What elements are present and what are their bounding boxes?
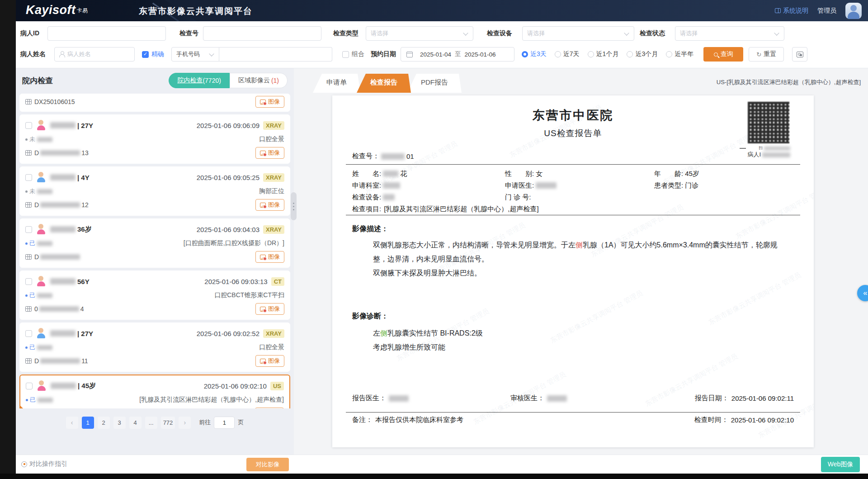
- sidebar-source-tab-院内检查[interactable]: 院内检查 (7720): [169, 73, 229, 88]
- open-image-button[interactable]: 图像: [255, 408, 284, 408]
- open-image-button[interactable]: 图像: [255, 96, 284, 108]
- goto-page-input[interactable]: [214, 417, 235, 429]
- exam-id-suffix: 4: [80, 305, 84, 313]
- reset-button[interactable]: ↻ 重置: [749, 47, 784, 62]
- exam-desc: 口腔全景: [259, 343, 284, 351]
- status-dot-icon: [25, 346, 28, 349]
- exam-time-value: 2025-01-06 09:02:10: [731, 416, 794, 424]
- combo-checkbox[interactable]: [342, 51, 349, 58]
- compare-guide-icon: [21, 461, 27, 467]
- exam-device-label: 检查设备: [487, 29, 522, 38]
- image-icon: [260, 255, 266, 260]
- exam-device-select[interactable]: 请选择: [522, 26, 634, 41]
- patient-name-input[interactable]: 病人姓名: [54, 47, 135, 62]
- opd-label: 门 诊 号:: [505, 193, 531, 202]
- patient-id-input[interactable]: [47, 26, 166, 41]
- exam-status-label: 检查状态: [640, 29, 675, 38]
- compare-guide-link[interactable]: 对比操作指引: [21, 460, 67, 468]
- tab-count: (7720): [203, 77, 221, 84]
- quick-range-近半年[interactable]: 近半年: [666, 50, 693, 58]
- search-button[interactable]: 查询: [703, 47, 743, 62]
- report-main-area: 申请单检查报告PDF报告 US-[乳腺及其引流区淋巴结彩超（乳腺中心）,超声检查…: [294, 68, 868, 455]
- booking-date-label: 预约日期: [371, 50, 396, 58]
- phone-field-select[interactable]: 手机号码: [171, 47, 219, 62]
- status-prefix: 已: [29, 343, 35, 351]
- exam-datetime: 2025-01-06 09:04:03: [197, 226, 259, 233]
- exam-select-checkbox[interactable]: [25, 174, 32, 181]
- patient-name-label: 病人姓名: [20, 50, 54, 58]
- date-range-picker[interactable]: 2025-01-04 至 2025-01-06: [401, 47, 514, 62]
- exam-card-top-row: 56Y 2025-01-06 09:03:13 CT: [25, 275, 284, 287]
- report-tab-申请单[interactable]: 申请单: [313, 74, 360, 93]
- exam-no-input[interactable]: [203, 26, 321, 41]
- report-tab-检查报告[interactable]: 检查报告: [357, 74, 411, 93]
- page-button-2[interactable]: 2: [98, 417, 110, 429]
- exam-status-select[interactable]: 请选择: [675, 26, 784, 41]
- exam-type-select[interactable]: 请选择: [366, 26, 473, 41]
- open-image-button[interactable]: 图像: [255, 199, 284, 211]
- qr-code: [748, 102, 789, 143]
- page-button-3[interactable]: 3: [113, 417, 126, 429]
- report-exam-no-suffix: 01: [406, 152, 414, 160]
- open-image-button[interactable]: 图像: [255, 303, 284, 315]
- exact-checkbox[interactable]: [142, 51, 149, 58]
- image-button-label: 图像: [268, 357, 280, 365]
- quick-range-近7天[interactable]: 近7天: [555, 50, 580, 58]
- open-image-button[interactable]: 图像: [255, 251, 284, 263]
- exam-desc: [口腔曲面断层,口腔X线摄影（DR）]: [184, 239, 284, 247]
- web-image-button[interactable]: Web图像: [821, 457, 860, 472]
- exam-device-placeholder: 请选择: [527, 29, 545, 38]
- combo-label: 组合: [352, 50, 364, 58]
- exam-select-checkbox[interactable]: [25, 278, 32, 285]
- exam-card[interactable]: | 45岁 2025-01-06 09:02:10 US 已 [乳腺及其引流区淋…: [19, 375, 290, 408]
- panel-resize-handle[interactable]: [291, 192, 297, 220]
- user-avatar[interactable]: [845, 3, 862, 19]
- status-dot-icon: [25, 294, 28, 297]
- patient-age: | 27Y: [77, 122, 93, 129]
- radio-icon: [555, 51, 561, 57]
- open-image-button[interactable]: 图像: [255, 355, 284, 367]
- status-dot-icon: [25, 242, 28, 245]
- quick-range-近1个月[interactable]: 近1个月: [588, 50, 619, 58]
- quick-range-近3个月[interactable]: 近3个月: [627, 50, 658, 58]
- exam-select-checkbox[interactable]: [25, 330, 32, 337]
- exam-card-id-row: DX250106015 图像: [25, 96, 284, 108]
- page-button-4[interactable]: 4: [129, 417, 142, 429]
- sidebar-source-tab-区域影像云[interactable]: 区域影像云 (1): [230, 73, 288, 88]
- exam-select-checkbox[interactable]: [26, 383, 33, 389]
- report-tab-PDF报告[interactable]: PDF报告: [407, 74, 462, 93]
- system-help-link[interactable]: 系统说明: [775, 7, 808, 15]
- exam-card[interactable]: | 4Y 2025-01-06 09:05:25 XRAY 未 胸部正位 D 1…: [19, 166, 290, 216]
- exam-card[interactable]: | 27Y 2025-01-06 09:02:52 XRAY 已 口腔全景 D …: [19, 322, 290, 372]
- sidebar-source-tabs: 院内检查 (7720)区域影像云 (1): [169, 73, 288, 88]
- exam-card-partial[interactable]: DX250106015 图像: [19, 94, 290, 112]
- exam-select-checkbox[interactable]: [25, 226, 32, 233]
- quick-range-近3天[interactable]: 近3天: [522, 50, 547, 58]
- phone-input[interactable]: [219, 47, 332, 62]
- collapse-panel-fab[interactable]: «: [857, 285, 868, 301]
- exam-id: D: [34, 253, 81, 261]
- redacted-status: [37, 189, 52, 194]
- patient-avatar-icon: [36, 171, 47, 183]
- report-status: 未: [25, 187, 52, 195]
- redacted-patient-name: [50, 330, 75, 337]
- exam-select-checkbox[interactable]: [25, 122, 32, 129]
- page-button-1[interactable]: 1: [82, 417, 94, 429]
- page-next-button[interactable]: ›: [179, 417, 191, 429]
- page-prev-button[interactable]: ‹: [66, 417, 78, 429]
- open-image-button[interactable]: 图像: [255, 147, 284, 159]
- exam-card[interactable]: | 27Y 2025-01-06 09:06:09 XRAY 未 口腔全景 D …: [19, 114, 290, 164]
- layout-settings-button[interactable]: [792, 47, 807, 62]
- quick-range-label: 近半年: [675, 50, 693, 58]
- date-from-value: 2025-01-04: [420, 51, 451, 58]
- page-button-772[interactable]: 772: [161, 417, 175, 429]
- compare-images-button[interactable]: 对比影像: [246, 458, 289, 471]
- redacted-text: [389, 395, 409, 402]
- page-ellipsis[interactable]: ...: [145, 417, 157, 429]
- exam-card[interactable]: 36岁 2025-01-06 09:04:03 XRAY 已 [口腔曲面断层,口…: [19, 218, 290, 268]
- report-note-row: 备注：本报告仅供本院临床科室参考 检查时间：2025-01-06 09:02:1…: [352, 416, 794, 424]
- exam-card[interactable]: 56Y 2025-01-06 09:03:13 CT 已 口腔CBCT锥形束CT…: [19, 270, 290, 320]
- page-goto-group: 前往页: [199, 417, 244, 429]
- exam-card-top-row: | 27Y 2025-01-06 09:06:09 XRAY: [25, 119, 284, 131]
- redacted-text: [383, 194, 395, 200]
